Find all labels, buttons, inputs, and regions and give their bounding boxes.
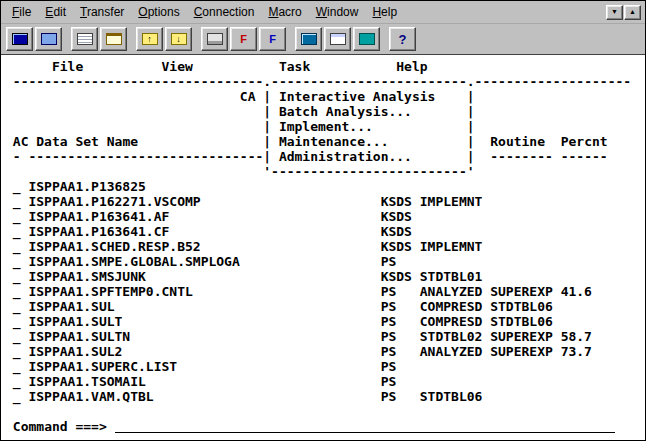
toolbar: ↑ ↓ F F ? [1, 24, 645, 54]
menu-item-window[interactable]: Window [309, 2, 366, 22]
toolbar-macro-record-button[interactable]: F [230, 27, 257, 51]
toolbar-new-session-button[interactable] [35, 27, 62, 51]
task-menu-item-administration[interactable]: Administration... [271, 149, 467, 164]
screen-menu-file[interactable]: File [52, 59, 162, 74]
dataset-percnt [561, 239, 608, 254]
table-row[interactable]: _ ISPPAA1.TSOMAIL PS [5, 374, 645, 389]
table-row[interactable]: _ ISPPAA1.P163641.CF KSDS [5, 224, 645, 239]
task-menu-item-maintenance[interactable]: Maintenance... [271, 134, 467, 149]
column-header-percnt: Percnt [561, 134, 608, 149]
dataset-select-field[interactable]: _ [13, 284, 29, 299]
toolbar-help-button[interactable]: ? [389, 27, 416, 51]
dataset-routine [490, 209, 560, 224]
dataset-attr: ANALYZED [420, 344, 490, 359]
toolbar-print-button[interactable] [201, 27, 228, 51]
dataset-select-field[interactable]: _ [13, 179, 29, 194]
toolbar-receive-file-button[interactable]: ↓ [165, 27, 192, 51]
dataset-routine: SUPEREXP [490, 329, 560, 344]
dataset-name: ISPPAA1.SMSJUNK [28, 269, 380, 284]
dataset-type: KSDS [381, 194, 420, 209]
copy-icon [77, 33, 93, 45]
table-row[interactable]: _ ISPPAA1.P162271.VSCOMP KSDS IMPLEMNT [5, 194, 645, 209]
dataset-select-field[interactable]: _ [13, 344, 29, 359]
task-menu-item-interactive-analysis[interactable]: Interactive Analysis [271, 89, 467, 104]
dataset-select-field[interactable]: _ [13, 269, 29, 284]
toolbar-copy-button[interactable] [71, 27, 98, 51]
toolbar-keyboard-map-button[interactable] [324, 27, 351, 51]
dataset-select-field[interactable]: _ [13, 329, 29, 344]
task-menu-item-batch-analysis[interactable]: Batch Analysis... [271, 104, 467, 119]
table-row[interactable]: _ ISPPAA1.SUL2 PS ANALYZED SUPEREXP 73.7 [5, 344, 645, 359]
table-row[interactable]: _ ISPPAA1.SCHED.RESP.B52 KSDS IMPLEMNT [5, 239, 645, 254]
screen-menu-help[interactable]: Help [396, 59, 427, 74]
menu-border-side: | [467, 149, 475, 164]
help-icon: ? [395, 33, 411, 45]
table-row[interactable]: _ ISPPAA1.P136825 [5, 179, 645, 194]
dataset-attr [420, 224, 490, 239]
dataset-select-field[interactable]: _ [13, 224, 29, 239]
dataset-select-field[interactable]: _ [13, 389, 29, 404]
toolbar-display-settings-button[interactable] [295, 27, 322, 51]
menu-item-help[interactable]: Help [365, 2, 404, 22]
dataset-type: PS [381, 344, 420, 359]
restore-button[interactable]: ▲ [624, 5, 641, 20]
toolbar-session-button[interactable] [6, 27, 33, 51]
dataset-routine [490, 254, 560, 269]
dataset-select-field[interactable]: _ [13, 239, 29, 254]
dataset-attr: IMPLEMNT [420, 239, 490, 254]
dataset-type: PS [381, 254, 420, 269]
minimize-button[interactable]: ▼ [606, 5, 623, 20]
dataset-select-field[interactable]: _ [13, 359, 29, 374]
new-session-icon [41, 33, 57, 45]
menu-item-connection[interactable]: Connection [187, 2, 262, 22]
toolbar-paste-button[interactable] [100, 27, 127, 51]
screen-menu-task[interactable]: Task [279, 59, 396, 74]
table-row[interactable]: _ ISPPAA1.SMPE.GLOBAL.SMPLOGA PS [5, 254, 645, 269]
table-row[interactable]: _ ISPPAA1.SPFTEMP0.CNTL PS ANALYZED SUPE… [5, 284, 645, 299]
dataset-routine [490, 359, 560, 374]
menu-border-side: | [263, 134, 271, 149]
terminal-screen[interactable]: File View Task Help --------------------… [1, 54, 645, 440]
dataset-percnt [561, 314, 608, 329]
dataset-name: ISPPAA1.SUL [28, 299, 380, 314]
menu-item-macro[interactable]: Macro [261, 2, 308, 22]
screen-menu-view[interactable]: View [162, 59, 279, 74]
table-row[interactable]: _ ISPPAA1.SUPERC.LIST PS [5, 359, 645, 374]
table-row[interactable]: _ ISPPAA1.SULT PS COMPRESD STDTBL06 [5, 314, 645, 329]
dataset-routine [490, 194, 560, 209]
dataset-select-field[interactable]: _ [13, 254, 29, 269]
dataset-name: ISPPAA1.SCHED.RESP.B52 [28, 239, 380, 254]
menu-item-edit[interactable]: Edit [38, 2, 73, 22]
dataset-select-field[interactable]: _ [13, 299, 29, 314]
dataset-name: ISPPAA1.VAM.QTBL [28, 389, 380, 404]
dataset-percnt [561, 179, 608, 194]
table-row[interactable]: _ ISPPAA1.VAM.QTBL PS STDTBL06 [5, 389, 645, 404]
table-row[interactable]: _ ISPPAA1.P163641.AF KSDS [5, 209, 645, 224]
command-line: Command ===> [5, 419, 645, 434]
dataset-percnt [561, 254, 608, 269]
dataset-attr: IMPLEMNT [420, 194, 490, 209]
toolbar-hotspots-button[interactable] [353, 27, 380, 51]
dataset-select-field[interactable]: _ [13, 374, 29, 389]
command-input[interactable] [115, 419, 616, 433]
dataset-select-field[interactable]: _ [13, 314, 29, 329]
dataset-name: ISPPAA1.SPFTEMP0.CNTL [28, 284, 380, 299]
table-row[interactable]: _ ISPPAA1.SUL PS COMPRESD STDTBL06 [5, 299, 645, 314]
menu-item-transfer[interactable]: Transfer [73, 2, 131, 22]
menu-border-side: | [467, 104, 475, 119]
screen-action-bar: File View Task Help [5, 59, 645, 74]
dataset-select-field[interactable]: _ [13, 194, 29, 209]
dataset-attr [420, 254, 490, 269]
toolbar-send-file-button[interactable]: ↑ [136, 27, 163, 51]
toolbar-macro-play-button[interactable]: F [259, 27, 286, 51]
menu-item-file[interactable]: File [5, 2, 38, 22]
menu-item-options[interactable]: Options [131, 2, 186, 22]
task-menu-item-implement[interactable]: Implement... [271, 119, 467, 134]
dataset-attr: COMPRESD [420, 314, 490, 329]
dataset-name: ISPPAA1.SULT [28, 314, 380, 329]
dataset-select-field[interactable]: _ [13, 209, 29, 224]
task-pulldown-menu: .-------------------------. | Interactiv… [263, 74, 474, 179]
table-row[interactable]: _ ISPPAA1.SMSJUNK KSDS STDTBL01 [5, 269, 645, 284]
menu-border-side: | [263, 149, 271, 164]
table-row[interactable]: _ ISPPAA1.SULTN PS STDTBL02 SUPEREXP 58.… [5, 329, 645, 344]
